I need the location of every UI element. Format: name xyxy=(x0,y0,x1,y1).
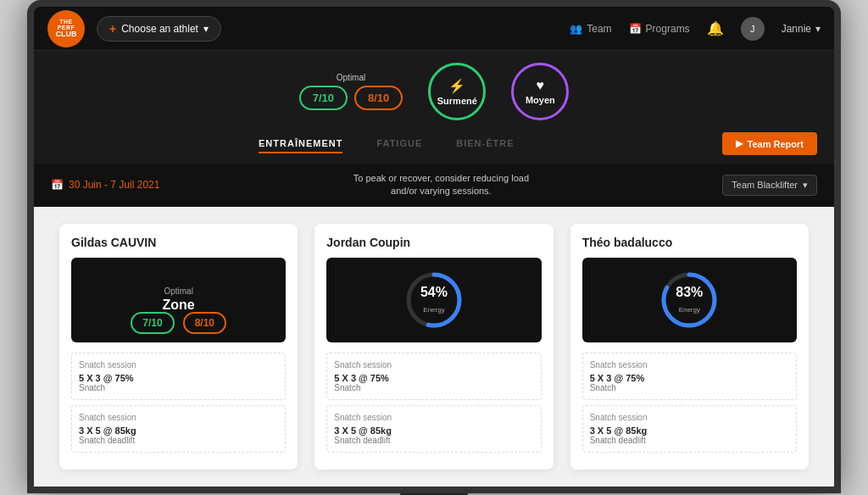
choose-athlete-button[interactable]: + Choose an athlet ▾ xyxy=(97,16,221,42)
score-row: Optimal 7/10 8/10 ⚡ Surmené ♥ Moyen xyxy=(299,63,570,120)
optimal-zone: Optimal Zone xyxy=(163,286,195,313)
athlete-name-1: Gildas CAUVIN xyxy=(71,236,286,249)
session-sub-6: Snatch deadlift xyxy=(590,436,789,445)
lightning-icon: ⚡ xyxy=(448,78,465,94)
date-bar: 📅 30 Juin - 7 Juil 2021 To peak or recov… xyxy=(34,164,834,207)
notification-bell-icon[interactable]: 🔔 xyxy=(707,20,724,36)
score-pills: 7/10 8/10 xyxy=(299,86,403,110)
programs-nav-item[interactable]: 📅 Programs xyxy=(629,23,690,35)
team-selector-dropdown[interactable]: Team Blacklifter ▾ xyxy=(722,175,817,196)
session-sub-5: Snatch xyxy=(590,383,789,392)
header-stats: Optimal 7/10 8/10 ⚡ Surmené ♥ Moyen xyxy=(34,51,834,132)
team-selector-chevron-icon: ▾ xyxy=(803,180,808,191)
session-card-4: Snatch session 3 X 5 @ 85kg Snatch deadl… xyxy=(326,405,541,453)
team-report-label: Team Report xyxy=(748,139,804,149)
session-sub-2: Snatch deadlift xyxy=(79,436,278,445)
score-pill-2: 8/10 xyxy=(354,86,403,110)
card-score-2: 8/10 xyxy=(183,312,226,334)
team-report-button[interactable]: ▶ Team Report xyxy=(722,132,817,155)
tabs-center: ENTRAÎNEMENT FATIGUE BIEN-ÊTRE xyxy=(51,135,722,153)
session-card-6: Snatch session 3 X 5 @ 85kg Snatch deadl… xyxy=(582,405,797,453)
score-pill-1: 7/10 xyxy=(299,86,348,110)
plus-icon: + xyxy=(109,22,116,36)
score-group: Optimal 7/10 8/10 xyxy=(299,73,403,110)
moyen-badge: ♥ Moyen xyxy=(511,63,569,120)
avatar: J xyxy=(741,17,765,41)
calendar-icon: 📅 xyxy=(629,23,642,35)
logo-perf: THE xyxy=(59,19,73,25)
optimal-label: Optimal xyxy=(337,73,365,82)
session-title-1: 5 X 3 @ 75% xyxy=(79,373,278,383)
session-sub-3: Snatch xyxy=(334,383,533,392)
top-nav: THE PERF CLUB + Choose an athlet ▾ 👥 Tea… xyxy=(34,7,834,51)
circle-ring-3: 83% Energy xyxy=(659,270,719,330)
tabs-bar: ENTRAÎNEMENT FATIGUE BIEN-ÊTRE ▶ Team Re… xyxy=(34,132,834,164)
session-card-2: Snatch session 3 X 5 @ 85kg Snatch deadl… xyxy=(71,405,286,453)
session-card-5: Snatch session 5 X 3 @ 75% Snatch xyxy=(582,353,797,400)
card-chart-3: 83% Energy xyxy=(582,258,797,342)
nav-left: THE PERF CLUB + Choose an athlet ▾ xyxy=(47,10,221,47)
card-chart-1: Optimal Zone 7/10 8/10 xyxy=(71,258,286,342)
session-sub-4: Snatch deadlift xyxy=(334,436,533,445)
session-header-5: Snatch session xyxy=(590,360,789,370)
circle-value-2: 54% Energy xyxy=(420,285,448,315)
athlete-name-3: Théo badalucco xyxy=(582,236,797,249)
session-title-3: 5 X 3 @ 75% xyxy=(334,373,533,383)
optimal-zone-label: Optimal xyxy=(163,286,195,296)
surm-badge: ⚡ Surmené xyxy=(428,63,486,120)
athlete-card-2: Jordan Coupin 54% Energy xyxy=(314,224,553,470)
session-card-1: Snatch session 5 X 3 @ 75% Snatch xyxy=(71,353,286,400)
team-icon: 👥 xyxy=(570,23,582,35)
surm-label: Surmené xyxy=(437,96,477,106)
card-score-1: 7/10 xyxy=(131,312,174,334)
date-range: 📅 30 Juin - 7 Juil 2021 xyxy=(51,179,159,191)
main-content: Gildas CAUVIN Optimal Zone 7/10 8/10 Sna… xyxy=(34,207,834,487)
session-title-2: 3 X 5 @ 85kg xyxy=(79,425,278,436)
choose-label: Choose an athlet xyxy=(121,23,198,35)
session-header-2: Snatch session xyxy=(79,413,278,422)
nav-right: 👥 Team 📅 Programs 🔔 J Jannie ▾ xyxy=(570,17,821,41)
team-selector-label: Team Blacklifter xyxy=(732,180,798,190)
athlete-card-3: Théo badalucco 83% Energy xyxy=(570,224,809,470)
play-icon: ▶ xyxy=(736,138,743,149)
optimal-zone-big: Zone xyxy=(163,298,195,313)
user-name[interactable]: Jannie ▾ xyxy=(782,23,821,35)
logo-club: CLUB xyxy=(56,31,77,38)
programs-label: Programs xyxy=(646,23,690,35)
session-header-1: Snatch session xyxy=(79,360,278,370)
circle-progress-2: 54% Energy xyxy=(337,268,531,332)
session-sub-1: Snatch xyxy=(79,383,278,392)
athlete-name-2: Jordan Coupin xyxy=(326,236,541,249)
session-card-3: Snatch session 5 X 3 @ 75% Snatch xyxy=(326,353,541,400)
team-nav-item[interactable]: 👥 Team xyxy=(570,23,611,35)
session-header-4: Snatch session xyxy=(334,413,533,422)
date-message: To peak or recover, consider reducing lo… xyxy=(353,172,529,198)
session-title-4: 3 X 5 @ 85kg xyxy=(334,425,533,436)
tab-bien-etre[interactable]: BIEN-ÊTRE xyxy=(456,135,514,153)
athlete-card-1: Gildas CAUVIN Optimal Zone 7/10 8/10 Sna… xyxy=(59,224,298,470)
circle-value-3: 83% Energy xyxy=(676,285,703,315)
tab-entrainement[interactable]: ENTRAÎNEMENT xyxy=(259,135,342,153)
session-title-6: 3 X 5 @ 85kg xyxy=(590,425,789,436)
session-header-6: Snatch session xyxy=(590,413,789,422)
session-title-5: 5 X 3 @ 75% xyxy=(590,373,789,383)
calendar-small-icon: 📅 xyxy=(51,179,64,191)
logo: THE PERF CLUB xyxy=(47,10,85,47)
circle-ring-2: 54% Energy xyxy=(404,270,464,330)
card-chart-2: 54% Energy xyxy=(326,258,541,342)
heart-icon: ♥ xyxy=(537,78,545,93)
moyen-label: Moyen xyxy=(526,95,555,105)
team-label: Team xyxy=(587,23,611,35)
date-value: 30 Juin - 7 Juil 2021 xyxy=(69,179,159,191)
user-chevron-icon: ▾ xyxy=(815,23,821,35)
chevron-down-icon: ▾ xyxy=(203,23,209,35)
session-header-3: Snatch session xyxy=(334,360,533,370)
circle-progress-3: 83% Energy xyxy=(593,268,787,332)
tab-fatigue[interactable]: FATIGUE xyxy=(376,135,422,153)
